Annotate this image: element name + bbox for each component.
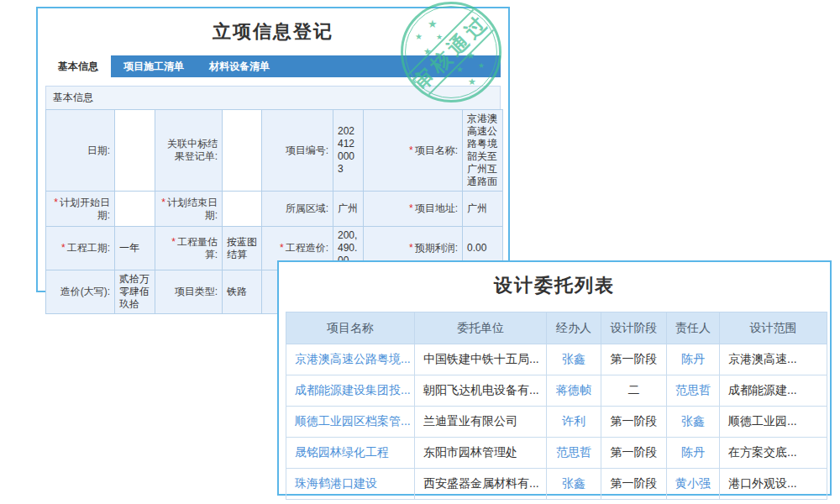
col-client: 委托单位	[415, 312, 547, 344]
date-input[interactable]	[115, 110, 155, 192]
table-row: 成都能源建设集团投... 朝阳飞达机电设备有... 蒋德帧 二 范思哲 成都能源…	[286, 375, 827, 407]
star-icon: ★	[468, 77, 476, 87]
list-title: 设计委托列表	[279, 273, 830, 298]
date-label: 日期:	[46, 110, 115, 192]
cost-words-value: 贰拾万零肆佰玖拾	[115, 270, 155, 314]
tab-materials-list[interactable]: 材料设备清单	[197, 55, 282, 77]
period-value: 一年	[115, 227, 155, 270]
region-value: 广州	[333, 192, 364, 227]
project-name-cell: 京港澳高速公路粤境...	[286, 344, 415, 375]
project-name-cell: 成都能源建设集团投...	[286, 375, 415, 407]
client-cell: 兰迪置业有限公司	[415, 407, 547, 438]
star-icon: ★	[436, 34, 443, 41]
stage-cell: 第一阶段	[601, 469, 667, 500]
scope-cell: 港口外观设...	[720, 469, 827, 500]
tab-construction-list[interactable]: 项目施工清单	[111, 55, 197, 77]
col-handler: 经办人	[547, 312, 601, 344]
handler-cell: 许利	[547, 407, 601, 438]
owner-cell: 陈丹	[667, 438, 720, 469]
project-link[interactable]: 晟铭园林绿化工程	[295, 445, 389, 459]
project-link[interactable]: 顺德工业园区档案管...	[295, 414, 411, 428]
client-cell: 朝阳飞达机电设备有...	[415, 375, 547, 407]
client-cell: 西安盛器金属材料有...	[415, 469, 547, 500]
project-code-label: 项目编号:	[262, 110, 333, 192]
col-project-name: 项目名称	[286, 312, 415, 344]
plan-start-input[interactable]	[115, 192, 155, 227]
plan-end-input[interactable]	[223, 192, 262, 227]
required-asterisk: *	[161, 197, 165, 208]
owner-link[interactable]: 张鑫	[681, 414, 705, 428]
required-asterisk: *	[54, 197, 58, 208]
stamp-text: 审核通过	[407, 8, 496, 97]
table-row: 珠海鹤港口建设 西安盛器金属材料有... 张鑫 第一阶段 黄小强 港口外观设..…	[286, 469, 827, 500]
scope-cell: 在方案交底...	[720, 438, 827, 469]
table-header-row: 项目名称 委托单位 经办人 设计阶段 责任人 设计范围	[286, 312, 827, 344]
handler-link[interactable]: 范思哲	[556, 445, 591, 459]
project-name-value: 京港澳高速公路粤境韶关至广州互通路面	[463, 110, 503, 192]
project-code-value: 2024120003	[333, 110, 364, 192]
handler-link[interactable]: 张鑫	[562, 352, 585, 365]
star-icon: ★	[466, 50, 475, 60]
project-type-value: 铁路	[223, 270, 262, 314]
stage-cell: 第一阶段	[601, 407, 667, 438]
handler-cell: 张鑫	[547, 344, 601, 375]
client-cell: 东阳市园林管理处	[415, 438, 547, 469]
project-type-label: 项目类型:	[155, 270, 223, 314]
bid-result-input[interactable]	[223, 110, 262, 192]
stamp-clip: 审核通过	[403, 4, 499, 100]
bid-result-label: 关联中标结果登记单:	[155, 110, 223, 192]
star-icon: ★	[456, 66, 464, 74]
region-label: 所属区域:	[262, 192, 333, 227]
project-link[interactable]: 成都能源建设集团投...	[295, 383, 411, 396]
scope-cell: 顺德工业园...	[720, 407, 827, 438]
col-scope: 设计范围	[720, 312, 827, 344]
cost-words-label: 造价(大写):	[46, 270, 115, 314]
owner-cell: 张鑫	[667, 407, 720, 438]
required-asterisk: *	[171, 236, 176, 248]
project-name-cell: 珠海鹤港口建设	[286, 469, 415, 500]
tab-basic-info[interactable]: 基本信息	[45, 55, 111, 77]
col-stage: 设计阶段	[601, 312, 667, 344]
required-asterisk: *	[409, 144, 413, 156]
plan-start-label: *计划开始日期:	[46, 192, 115, 227]
design-commission-panel: 设计委托列表 项目名称 委托单位 经办人 设计阶段 责任人 设计范围 京港澳高速…	[277, 260, 832, 496]
required-asterisk: *	[280, 242, 284, 254]
stamp-band: 审核通过	[403, 4, 499, 100]
table-row: 晟铭园林绿化工程 东阳市园林管理处 范思哲 第一阶段 陈丹 在方案交底...	[286, 438, 827, 469]
star-icon: ★	[478, 62, 485, 70]
handler-link[interactable]: 张鑫	[562, 476, 585, 490]
star-icon: ★	[423, 47, 432, 56]
owner-link[interactable]: 黄小强	[675, 476, 711, 490]
address-label: *项目地址:	[364, 192, 463, 227]
handler-cell: 范思哲	[547, 438, 601, 469]
stage-cell: 第一阶段	[601, 438, 667, 469]
handler-cell: 张鑫	[547, 469, 601, 500]
owner-cell: 陈丹	[667, 344, 720, 375]
estimate-label: *工程量估算:	[155, 227, 223, 270]
project-name-cell: 晟铭园林绿化工程	[286, 438, 415, 469]
handler-link[interactable]: 许利	[562, 414, 585, 428]
required-asterisk: *	[409, 202, 413, 214]
address-value: 广州	[463, 192, 503, 227]
table-row: 顺德工业园区档案管... 兰迪置业有限公司 许利 第一阶段 张鑫 顺德工业园..…	[286, 407, 827, 438]
scope-cell: 京港澳高速...	[720, 344, 827, 375]
handler-link[interactable]: 蒋德帧	[556, 383, 591, 396]
scope-cell: 成都能源建...	[720, 375, 827, 407]
project-link[interactable]: 珠海鹤港口建设	[295, 476, 377, 490]
star-icon: ★	[428, 18, 438, 29]
estimate-value: 按蓝图结算	[223, 227, 262, 270]
table-row: 京港澳高速公路粤境... 中国铁建中铁十五局... 张鑫 第一阶段 陈丹 京港澳…	[286, 344, 827, 375]
owner-link[interactable]: 陈丹	[681, 445, 705, 459]
col-owner: 责任人	[667, 312, 720, 344]
owner-link[interactable]: 陈丹	[681, 352, 705, 365]
plan-end-label: *计划结束日期:	[155, 192, 223, 227]
period-label: *工程工期:	[46, 227, 115, 270]
stage-cell: 第一阶段	[601, 344, 667, 375]
star-icon: ★	[415, 33, 423, 41]
owner-link[interactable]: 范思哲	[675, 383, 711, 396]
project-link[interactable]: 京港澳高速公路粤境...	[295, 352, 411, 365]
client-cell: 中国铁建中铁十五局...	[415, 344, 547, 375]
owner-cell: 黄小强	[667, 469, 720, 500]
required-asterisk: *	[409, 242, 413, 254]
required-asterisk: *	[61, 242, 66, 254]
